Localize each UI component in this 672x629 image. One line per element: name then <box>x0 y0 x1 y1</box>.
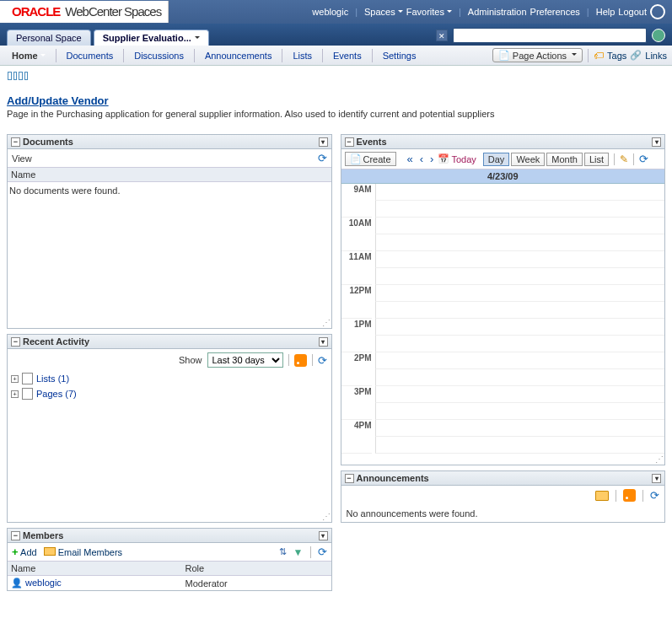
member-name: weblogic <box>25 578 62 588</box>
link-icon[interactable]: 🔗 <box>630 50 642 61</box>
tree-label: Lists (1) <box>36 374 69 384</box>
collapse-icon[interactable]: − <box>11 531 20 540</box>
calendar-cell[interactable] <box>375 285 665 302</box>
favorites-menu[interactable]: Favorites <box>406 7 452 17</box>
collapse-icon[interactable]: − <box>11 137 20 147</box>
calendar-cell[interactable] <box>375 218 665 234</box>
view-month[interactable]: Month <box>546 153 583 166</box>
calendar-cell[interactable] <box>375 251 665 268</box>
show-label: Show <box>179 355 202 365</box>
separator <box>312 354 313 366</box>
globe-icon[interactable] <box>650 4 665 19</box>
collapse-icon[interactable]: − <box>345 474 354 483</box>
panel-menu-icon[interactable]: ▾ <box>652 137 661 147</box>
calendar-cell[interactable] <box>375 201 665 218</box>
calendar-cell[interactable] <box>375 386 665 403</box>
nav-announcements[interactable]: Announcements <box>198 49 279 62</box>
refresh-icon[interactable]: ⟳ <box>639 153 648 165</box>
space-tabs: Personal Space Supplier Evaluatio... ✕ <box>0 24 672 46</box>
calendar-cell[interactable] <box>375 184 665 201</box>
help-link[interactable]: Help <box>596 7 616 17</box>
refresh-icon[interactable]: ⟳ <box>318 152 327 164</box>
resize-handle[interactable]: ⋰ <box>8 317 331 328</box>
col-role: Role <box>182 562 331 576</box>
filter-icon[interactable]: ▼ <box>293 546 304 558</box>
separator <box>614 153 615 165</box>
prev-icon[interactable]: ‹ <box>417 153 426 165</box>
user-link[interactable]: weblogic <box>312 7 348 17</box>
collapse-icon[interactable]: − <box>345 137 354 147</box>
col-name: Name <box>8 562 182 576</box>
calendar-picker-icon[interactable]: 📅 <box>438 153 449 164</box>
page-title[interactable]: Add/Update Vendor <box>7 94 665 107</box>
tag-icon[interactable]: 🏷 <box>594 50 604 62</box>
expand-icon[interactable]: + <box>11 375 19 383</box>
links-link[interactable]: Links <box>645 51 667 61</box>
nav-discussions[interactable]: Discussions <box>127 49 191 62</box>
close-icon[interactable]: ✕ <box>436 30 448 41</box>
page-description: Page in the Purchasing application for g… <box>7 109 665 119</box>
expand-icon[interactable]: + <box>11 390 19 398</box>
logout-link[interactable]: Logout <box>618 7 647 17</box>
resize-handle[interactable]: ⋰ <box>341 454 665 465</box>
separator <box>588 49 589 62</box>
email-members-button[interactable]: Email Members <box>44 547 122 557</box>
calendar-cell[interactable] <box>375 369 665 386</box>
search-input[interactable] <box>453 28 647 43</box>
today-link[interactable]: Today <box>451 154 476 164</box>
tree-item-lists[interactable]: + Lists (1) <box>8 371 331 386</box>
prefs-link[interactable]: Preferences <box>530 7 580 17</box>
rss-icon[interactable] <box>294 354 307 367</box>
resize-handle[interactable]: ⋰ <box>8 511 331 522</box>
calendar-cell[interactable] <box>375 437 665 454</box>
calendar-grid: 9AM10AM11AM12PM1PM2PM3PM4PM <box>341 184 665 454</box>
spaces-menu[interactable]: Spaces <box>364 7 403 17</box>
separator: | <box>355 7 358 17</box>
create-event-button[interactable]: 📄 Create <box>345 152 396 166</box>
refresh-icon[interactable]: ⟳ <box>318 546 327 558</box>
page-actions-button[interactable]: 📄 Page Actions <box>492 48 583 62</box>
search-button[interactable] <box>652 29 665 42</box>
calendar-cell[interactable] <box>375 336 665 352</box>
page-type-icon <box>7 71 29 91</box>
refresh-icon[interactable]: ⟳ <box>318 354 327 367</box>
sort-icon[interactable]: ⇅ <box>279 546 287 557</box>
next-icon[interactable]: › <box>427 153 436 165</box>
view-week[interactable]: Week <box>511 153 545 166</box>
table-row[interactable]: 👤 weblogic Moderator <box>8 576 331 591</box>
calendar-cell[interactable] <box>375 302 665 319</box>
tab-personal-space[interactable]: Personal Space <box>7 30 91 46</box>
tags-link[interactable]: Tags <box>607 51 626 61</box>
range-select[interactable]: Last 30 days <box>207 352 283 368</box>
nav-settings[interactable]: Settings <box>376 49 423 62</box>
collapse-icon[interactable]: − <box>11 337 20 347</box>
add-member-button[interactable]: + Add <box>12 546 37 558</box>
panel-menu-icon[interactable]: ▾ <box>319 137 328 147</box>
view-list[interactable]: List <box>584 153 609 166</box>
edit-icon[interactable]: ✎ <box>620 153 628 165</box>
calendar-cell[interactable] <box>375 352 665 369</box>
folder-icon[interactable] <box>595 491 609 501</box>
calendar-cell[interactable] <box>375 403 665 420</box>
panel-menu-icon[interactable]: ▾ <box>319 531 328 540</box>
nav-home[interactable]: Home <box>5 49 52 62</box>
panel-menu-icon[interactable]: ▾ <box>319 337 328 347</box>
panel-menu-icon[interactable]: ▾ <box>652 474 661 483</box>
hour-label: 2PM <box>341 352 372 386</box>
nav-documents[interactable]: Documents <box>60 49 121 62</box>
tree-item-pages[interactable]: + Pages (7) <box>8 386 331 401</box>
view-menu[interactable]: View <box>12 153 40 164</box>
rss-icon[interactable] <box>623 489 636 502</box>
calendar-cell[interactable] <box>375 268 665 285</box>
nav-lists[interactable]: Lists <box>286 49 319 62</box>
prev-fast-icon[interactable]: « <box>405 153 416 165</box>
admin-link[interactable]: Administration <box>468 7 527 17</box>
page-content: Add/Update Vendor Page in the Purchasing… <box>0 66 672 596</box>
refresh-icon[interactable]: ⟳ <box>650 489 659 502</box>
calendar-cell[interactable] <box>375 420 665 437</box>
calendar-cell[interactable] <box>375 319 665 336</box>
tab-supplier-evaluation[interactable]: Supplier Evaluatio... <box>94 30 209 46</box>
nav-events[interactable]: Events <box>326 49 368 62</box>
calendar-cell[interactable] <box>375 234 665 251</box>
view-day[interactable]: Day <box>483 153 510 166</box>
